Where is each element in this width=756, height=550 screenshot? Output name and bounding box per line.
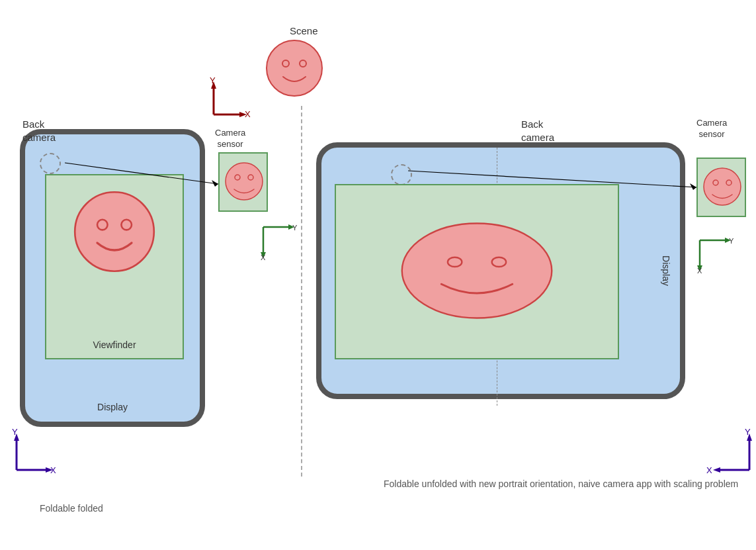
back-camera-label-left: Back camera (22, 118, 56, 144)
svg-text:Y: Y (745, 427, 751, 437)
bottom-axes-right: Y X (706, 427, 756, 482)
svg-text:X: X (697, 267, 702, 275)
smiley-viewfinder-left (71, 189, 157, 275)
svg-marker-48 (690, 183, 696, 190)
green-axes-right: Y X (694, 235, 734, 277)
display-label-left: Display (97, 402, 128, 412)
svg-text:Y: Y (729, 237, 734, 245)
phone-right: Viewfinder Display (316, 142, 685, 399)
green-axes-left: Y X (258, 222, 298, 264)
top-axes: Y X (202, 78, 248, 127)
viewfinder-left: Viewfinder (45, 174, 184, 359)
scene-smiley (265, 38, 324, 98)
viewfinder-label-left: Viewfinder (93, 340, 136, 350)
svg-text:X: X (706, 465, 712, 475)
sensor-box-left (218, 152, 268, 212)
svg-text:Y: Y (292, 224, 298, 232)
svg-text:Y: Y (210, 75, 216, 85)
display-label-right: Display (661, 255, 671, 286)
camera-sensor-label-right: Camera sensor (696, 118, 727, 140)
phone-left: Viewfinder Display (20, 129, 205, 427)
svg-marker-46 (212, 180, 218, 187)
viewfinder-right: Viewfinder (335, 184, 619, 359)
folded-label: Foldable folded (40, 503, 103, 514)
bottom-axes-left: Y X (7, 427, 60, 482)
svg-point-0 (267, 40, 322, 96)
camera-hole-left (40, 153, 61, 174)
camera-sensor-label-left: Camera sensor (215, 128, 245, 150)
svg-text:X: X (261, 253, 266, 261)
camera-hole-right (391, 164, 412, 185)
svg-point-12 (226, 163, 263, 200)
divider (301, 106, 302, 477)
unfolded-label: Foldable unfolded with new portrait orie… (384, 477, 738, 491)
sensor-box-right (696, 158, 746, 217)
scene-label: Scene (290, 25, 318, 36)
svg-text:Y: Y (12, 427, 18, 437)
svg-marker-42 (713, 467, 720, 473)
back-camera-label-right: Back camera (521, 118, 554, 144)
svg-text:X: X (50, 465, 56, 475)
svg-point-27 (402, 223, 552, 318)
svg-text:X: X (245, 109, 251, 119)
smiley-viewfinder-right (398, 219, 556, 324)
main-container: Scene Y X (0, 0, 756, 550)
svg-point-9 (75, 192, 154, 271)
svg-point-30 (704, 168, 741, 205)
